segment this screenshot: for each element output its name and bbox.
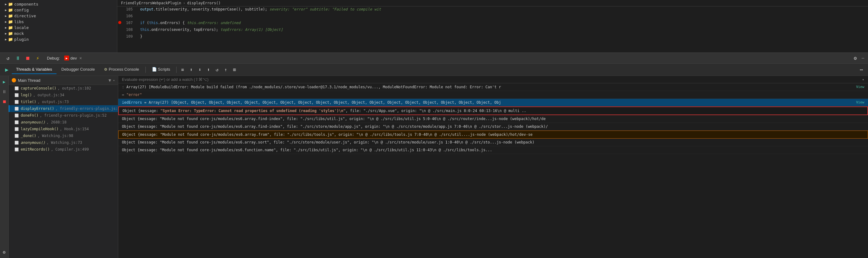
frame-file: , output.js:34 [33,93,64,97]
frame-icon: ⬜ [14,87,19,90]
view-btn-0[interactable]: View [856,85,865,89]
tree-arrow: ▶ [5,26,7,29]
action-down-icon[interactable]: ⬇ [196,66,204,74]
output-row-6[interactable]: Object {message: "Module not found core-… [118,131,868,138]
sidebar-pause-icon[interactable]: ⏸ [1,88,8,95]
frame-file: , Hook.js:154 [60,127,89,131]
stack-frame-3[interactable]: ⬜ displayErrors() , friendly-errors-plug… [9,105,118,112]
action-list-icon[interactable]: ≡ [178,66,186,74]
tree-label: mock [14,31,24,36]
tree-arrow: ▶ [5,8,7,12]
restart-debug-button[interactable]: ↺ [4,54,12,62]
filter-icon[interactable]: ▼ [108,78,111,83]
stack-frame-9[interactable]: ⬜ emitRecords() , Compiler.js:499 [9,146,118,153]
stop-debug-button[interactable]: ⏹ [24,54,32,62]
tree-label: locale [14,25,29,30]
tree-item-components[interactable]: ▶ 📁 components [0,1,117,7]
tree-arrow: ▶ [5,14,7,18]
more-options-icon[interactable]: ⋯ [862,56,864,61]
pause-debug-button[interactable]: ⏸ [13,54,22,62]
frame-icon: ⬜ [14,100,19,104]
tree-item-plugin[interactable]: ▶ 📁 plugin [0,36,117,42]
tree-item-libs[interactable]: ▶ 📁 libs [0,19,117,25]
eval-dropdown-arrow[interactable]: ▾ [862,77,864,82]
sidebar-stop-icon[interactable]: ⏹ [1,98,8,105]
folder-icon: 📁 [8,20,13,24]
stack-frame-5[interactable]: ⬜ anonymous() , 2688:18 [9,119,118,126]
session-close-button[interactable]: × [78,56,83,61]
stack-frame-0[interactable]: ⬜ captureConsole() , output.js:102 [9,85,118,92]
tree-arrow: ▶ [5,38,7,41]
line-number-109: 109 [122,34,138,39]
debug-session[interactable]: ▶ dev × [62,55,85,61]
tree-arrow: ▶ [5,32,7,35]
sidebar-resume-icon[interactable]: ▶ [1,78,8,85]
action-grid-icon[interactable]: ⊞ [230,66,238,74]
frame-icon: ⬜ [14,107,19,111]
tab-process-console[interactable]: ⚙ Process Console [100,65,143,74]
frame-icon: ⬜ [14,127,19,131]
stack-frame-6[interactable]: ⬜ lazyCompileHook() , Hook.js:154 [9,126,118,132]
output-row-7[interactable]: Object {message: "Module not found core-… [118,138,868,146]
resume-button[interactable]: ▶ [2,65,11,74]
code-line-106: 106 [117,14,868,21]
thread-dropdown-arrow[interactable]: ▾ [113,79,115,82]
tree-label: directive [14,13,36,18]
folder-icon: 📁 [8,37,13,42]
eval-bar: ▾ [118,76,868,83]
output-content-3: Object {message: "Syntax Error: TypeErro… [123,109,864,113]
code-editor: FriendlyErrorsWebpackPlugin › displayErr… [117,0,868,53]
tab-divider [145,67,146,73]
tree-item-mock[interactable]: ▶ 📁 mock [0,31,117,36]
view-btn-2[interactable]: View [856,100,865,104]
action-step-icon[interactable]: ↑ [222,66,230,74]
tree-item-locale[interactable]: ▶ 📁 locale [0,25,117,31]
frame-name: _done() [21,134,36,138]
line-number-107: 107 [122,21,138,25]
session-icon: ▶ [64,56,69,61]
tree-item-config[interactable]: ▶ 📁 config [0,7,117,13]
action-refresh-icon[interactable]: ↺ [213,66,221,74]
frame-name: lazyCompileHook() [21,127,59,131]
stack-frame-4[interactable]: ⬜ doneFn() , friendly-errors-plugin.js:5… [9,112,118,119]
tree-item-directive[interactable]: ▶ 📁 directive [0,13,117,19]
output-row-1[interactable]: = "error" [118,91,868,99]
stack-frame-8[interactable]: ⬜ anonymous() , Watching.js:73 [9,139,118,146]
action-upload-icon[interactable]: ⬆ [204,66,212,74]
tab-scripts[interactable]: 📄 Scripts [148,65,175,74]
tree-label: config [14,8,29,12]
settings-gear-icon[interactable]: ⚙ [854,55,857,61]
flash-debug-button[interactable]: ⚡ [33,54,42,62]
tree-arrow: ▶ [5,2,7,6]
breakpoint-107 [117,21,122,24]
frame-file: , output.js:73 [38,100,69,104]
stack-frame-list: ⬜ captureConsole() , output.js:102 ⬜ log… [9,85,118,258]
breadcrumb-right: displayErrors() [187,1,220,5]
tab-threads-variables[interactable]: Threads & Variables [12,65,57,74]
line-content-107: if (this.onErrors) { this.onErrors: unde… [138,21,868,25]
output-row-3[interactable]: Object {message: "Syntax Error: TypeErro… [118,106,868,115]
tree-label: plugin [14,37,29,42]
more-actions-icon[interactable]: ⋯ [858,66,866,74]
frame-name: doneFn() [21,113,39,118]
tree-arrow: ▶ [5,20,7,24]
output-content-1: = "error" [122,93,864,97]
output-content-0: : Array(27) [ModuleBuildError: Module bu… [122,85,854,89]
file-tree: ▶ 📁 components ▶ 📁 config ▶ 📁 directive … [0,0,117,53]
stack-frame-1[interactable]: ⬜ log() , output.js:34 [9,92,118,98]
stack-frame-7[interactable]: ⬜ _done() , Watching.js:98 [9,132,118,139]
output-content-7: Object {message: "Module not found core-… [122,140,864,144]
output-row-4[interactable]: Object {message: "Module not found core-… [118,115,868,123]
stack-frame-2[interactable]: ⬜ title() , output.js:73 [9,98,118,105]
output-row-2[interactable]: iedErrors = Array(27) [Object, Object, O… [118,99,868,106]
output-row-8[interactable]: Object {message: "Module not found core-… [118,146,868,154]
output-row-0[interactable]: : Array(27) [ModuleBuildError: Module bu… [118,83,868,91]
code-line-105: 105 output.title(severity, severity.toUp… [117,7,868,14]
thread-title: Main Thread [18,78,40,83]
action-up-icon[interactable]: ⬆ [187,66,195,74]
output-row-5[interactable]: Object {message: "Module not found core-… [118,123,868,131]
eval-input[interactable] [122,77,862,82]
tab-debugger-console[interactable]: Debugger Console [57,65,99,74]
sidebar-settings-icon[interactable]: ⚙ [1,249,8,256]
frame-name: anonymous() [21,120,45,124]
